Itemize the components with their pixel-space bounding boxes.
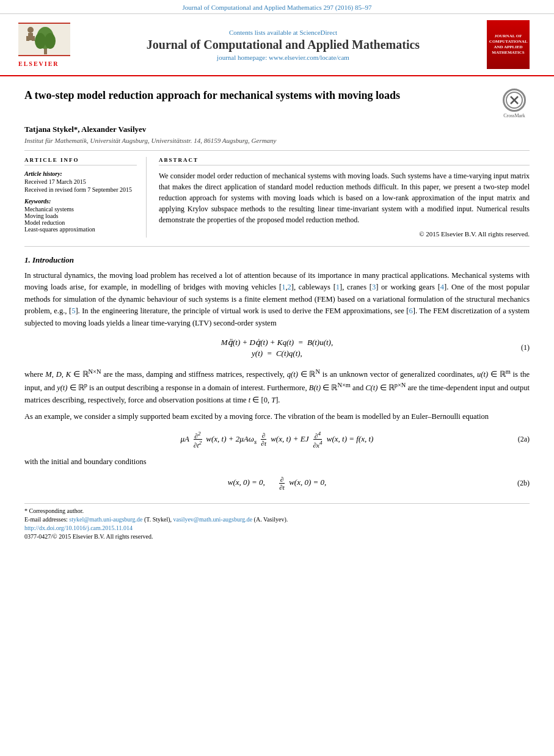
footnote-doi: http://dx.doi.org/10.1016/j.cam.2015.11.… bbox=[24, 525, 530, 531]
top-bar: Journal of Computational and Applied Mat… bbox=[0, 0, 554, 14]
equation-2a-number: (2a) bbox=[518, 435, 530, 444]
elsevier-logo: ELSEVIER bbox=[18, 23, 79, 67]
footnote-section: * Corresponding author. E-mail addresses… bbox=[24, 503, 530, 540]
crossmark-label: CrossMark bbox=[503, 113, 525, 118]
abstract-heading: ABSTRACT bbox=[159, 157, 530, 165]
authors: Tatjana Stykel*, Alexander Vasilyev bbox=[24, 125, 530, 134]
eq2b-formula: w(x, 0) = 0, ∂ ∂t w(x, 0) = 0, bbox=[228, 478, 327, 487]
intro-para2: where M, D, K ∈ ℝN×N are the mass, dampi… bbox=[24, 367, 530, 406]
keyword-2: Moving loads bbox=[24, 213, 137, 219]
svg-rect-3 bbox=[26, 36, 29, 41]
frac-d2-dt2: ∂2 ∂t2 bbox=[192, 431, 203, 449]
ref-3[interactable]: 3 bbox=[372, 283, 376, 291]
ref-2[interactable]: 2 bbox=[288, 283, 291, 291]
equation-2b-number: (2b) bbox=[517, 479, 530, 488]
abstract-text: We consider model order reduction of mec… bbox=[159, 170, 530, 225]
revised-date: Received in revised form 7 September 201… bbox=[24, 186, 137, 193]
svg-rect-9 bbox=[18, 23, 70, 24]
crossmark-icon bbox=[506, 92, 523, 109]
contents-line: Contents lists available at ScienceDirec… bbox=[79, 29, 487, 36]
ref-6[interactable]: 6 bbox=[409, 307, 412, 315]
article-info-column: ARTICLE INFO Article history: Received 1… bbox=[24, 157, 147, 238]
article-info-heading: ARTICLE INFO bbox=[24, 157, 137, 165]
footnote-email: E-mail addresses: stykel@math.uni-augsbu… bbox=[24, 516, 530, 523]
crossmark-circle bbox=[503, 89, 526, 112]
abstract-column: ABSTRACT We consider model order reducti… bbox=[159, 157, 530, 238]
article-title-section: A two-step model reduction approach for … bbox=[24, 89, 530, 118]
equation-1-content: Mq̈(t) + Dq̇(t) + Kq(t) = B(t)u(t), y(t)… bbox=[221, 336, 333, 360]
equation-2a-block: μA ∂2 ∂t2 w(x, t) + 2μAωs ∂ ∂t w(x, t) +… bbox=[24, 431, 530, 449]
frac-d-dt: ∂ ∂t bbox=[260, 432, 268, 447]
keywords-label: Keywords: bbox=[24, 198, 137, 205]
received-date: Received 17 March 2015 bbox=[24, 178, 137, 185]
equation-1-block: Mq̈(t) + Dq̇(t) + Kq(t) = B(t)u(t), y(t)… bbox=[24, 336, 530, 360]
affiliation: Institut für Mathematik, Universität Aug… bbox=[24, 137, 530, 144]
intro-para1: In structural dynamics, the moving load … bbox=[24, 270, 530, 329]
top-bar-text: Journal of Computational and Applied Mat… bbox=[183, 4, 372, 11]
svg-point-1 bbox=[27, 27, 34, 33]
intro-para4: with the initial and boundary conditions bbox=[24, 456, 530, 468]
intro-para3: As an example, we consider a simply supp… bbox=[24, 411, 530, 423]
equation-1-number: (1) bbox=[521, 343, 530, 352]
keyword-4: Least-squares approximation bbox=[24, 226, 137, 233]
journal-cover: JOURNAL OF COMPUTATIONAL AND APPLIED MAT… bbox=[487, 20, 536, 69]
svg-rect-4 bbox=[32, 36, 35, 41]
doi-link[interactable]: http://dx.doi.org/10.1016/j.cam.2015.11.… bbox=[24, 525, 133, 531]
divider-1 bbox=[24, 150, 530, 151]
eq1-line1: Mq̈(t) + Dq̇(t) + Kq(t) = B(t)u(t), bbox=[221, 338, 333, 347]
homepage-line: journal homepage: www.elsevier.com/locat… bbox=[79, 54, 487, 61]
journal-header-center: Contents lists available at ScienceDirec… bbox=[79, 29, 487, 61]
elsevier-logo-area: ELSEVIER bbox=[18, 23, 79, 67]
history-label: Article history: bbox=[24, 170, 137, 177]
eq2a-formula: μA ∂2 ∂t2 w(x, t) + 2μAωs ∂ ∂t w(x, t) +… bbox=[181, 434, 374, 443]
keyword-1: Mechanical systems bbox=[24, 206, 137, 213]
footnote-corresponding: * Corresponding author. bbox=[24, 507, 530, 514]
article-title: A two-step model reduction approach for … bbox=[24, 89, 493, 103]
frac-d4-dx4: ∂4 ∂x4 bbox=[312, 431, 324, 449]
keyword-3: Model reduction bbox=[24, 219, 137, 226]
ref-1[interactable]: 1 bbox=[282, 283, 285, 291]
intro-heading: 1. Introduction bbox=[24, 255, 530, 265]
ref-5[interactable]: 5 bbox=[71, 307, 75, 315]
equation-2a-content: μA ∂2 ∂t2 w(x, t) + 2μAωs ∂ ∂t w(x, t) +… bbox=[181, 431, 374, 449]
equation-2b-block: w(x, 0) = 0, ∂ ∂t w(x, 0) = 0, (2b) bbox=[24, 476, 530, 491]
svg-rect-10 bbox=[18, 55, 70, 56]
footnote-issn: 0377-0427/© 2015 Elsevier B.V. All right… bbox=[24, 533, 530, 540]
crossmark-badge: CrossMark bbox=[499, 89, 530, 118]
ref-1b[interactable]: 1 bbox=[336, 283, 340, 291]
main-content: A two-step model reduction approach for … bbox=[0, 76, 554, 554]
email-link-2[interactable]: vasilyev@math.uni-augsburg.de bbox=[173, 516, 253, 523]
divider-2 bbox=[24, 246, 530, 247]
vehicles-text: vehicles bbox=[251, 283, 276, 291]
svg-point-8 bbox=[45, 33, 56, 49]
journal-cover-image: JOURNAL OF COMPUTATIONAL AND APPLIED MAT… bbox=[487, 20, 530, 69]
equation-2b-content: w(x, 0) = 0, ∂ ∂t w(x, 0) = 0, bbox=[228, 476, 327, 491]
elsevier-tree-icon bbox=[18, 23, 70, 59]
email-link-1[interactable]: stykel@math.uni-augsburg.de bbox=[69, 516, 142, 523]
elsevier-text: ELSEVIER bbox=[18, 60, 59, 67]
ref-4[interactable]: 4 bbox=[440, 283, 444, 291]
eq1-line2: y(t) = C(t)q(t), bbox=[221, 349, 333, 358]
svg-point-7 bbox=[35, 33, 46, 49]
info-abstract-section: ARTICLE INFO Article history: Received 1… bbox=[24, 157, 530, 238]
copyright: © 2015 Elsevier B.V. All rights reserved… bbox=[159, 230, 530, 238]
frac-d-dt-b: ∂ ∂t bbox=[278, 476, 286, 491]
journal-title: Journal of Computational and Applied Mat… bbox=[79, 37, 487, 52]
journal-header: ELSEVIER Contents lists available at Sci… bbox=[0, 14, 554, 76]
